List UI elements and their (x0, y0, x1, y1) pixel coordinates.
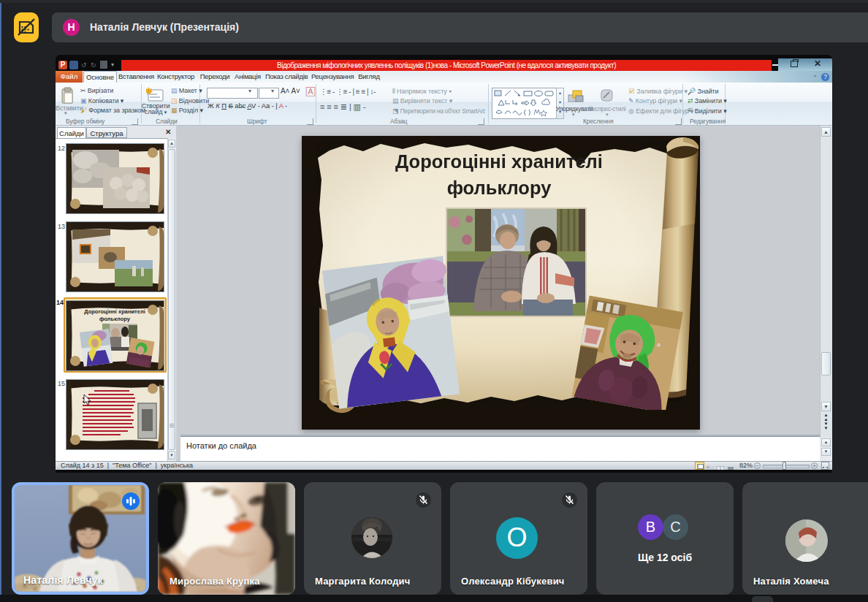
svg-text:фольклору: фольклору (447, 178, 552, 198)
svg-text:Дорогоцінні хранителі: Дорогоцінні хранителі (84, 308, 145, 315)
svg-text:Дорогоцінні хранителі: Дорогоцінні хранителі (395, 151, 603, 172)
svg-text:фольклору: фольклору (99, 316, 131, 322)
